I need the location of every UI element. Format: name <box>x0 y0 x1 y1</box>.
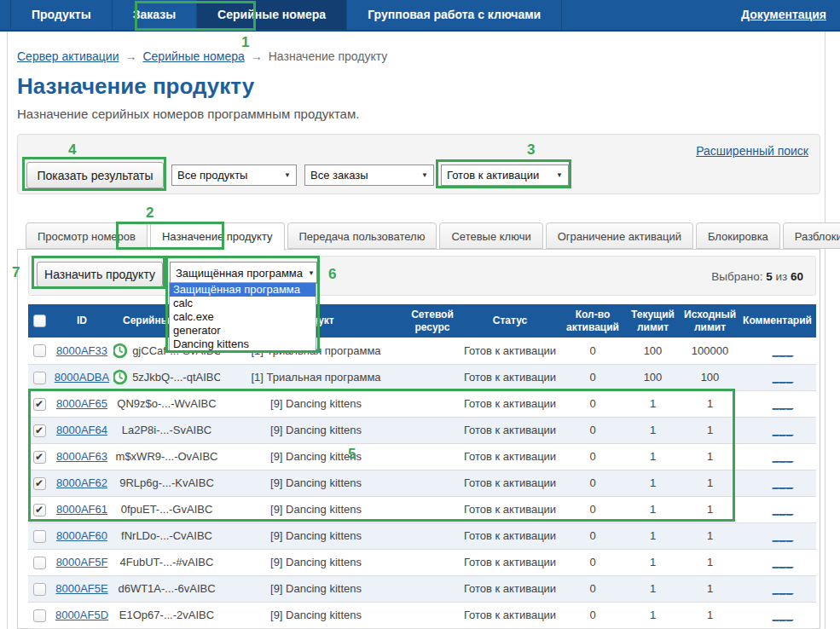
breadcrumb-item: Назначение продукту <box>269 49 388 63</box>
id-cell: 8000AF5F <box>50 549 113 575</box>
activations-cell: 0 <box>561 549 624 575</box>
network-resource-cell <box>406 522 459 549</box>
serial-id-link[interactable]: 8000AF62 <box>56 476 107 489</box>
serial-id-link[interactable]: 8000AF65 <box>56 397 107 410</box>
status-filter-value: Готов к активации <box>447 169 539 182</box>
tab-item[interactable]: Сетевые ключи <box>439 222 542 249</box>
row-checkbox[interactable] <box>33 530 46 543</box>
comment-link[interactable]: ___ <box>773 424 794 436</box>
serial-text: 5zJkbQ-...-qtAIBC <box>132 371 220 384</box>
serial-text: La2P8i-...-SvAIBC <box>122 424 212 436</box>
serial-cell: E1Op67-...-2vAIBC <box>113 602 220 628</box>
column-header: Комментарий <box>739 304 816 338</box>
serial-id-link[interactable]: 8000AF5D <box>55 609 108 621</box>
comment-link[interactable]: ___ <box>773 476 794 489</box>
row-checkbox-cell: ✔ <box>28 470 50 496</box>
row-checkbox-checked[interactable]: ✔ <box>33 398 46 411</box>
network-resource-cell <box>406 470 459 496</box>
comment-link[interactable]: ___ <box>773 503 794 516</box>
product-cell: [1] Триальная программа <box>220 364 406 390</box>
id-cell: 8000AF5D <box>50 602 113 628</box>
network-resource-cell <box>406 338 459 364</box>
tab-item[interactable]: Передача пользователю <box>287 222 437 249</box>
nav-item-serials[interactable]: Серийные номера <box>197 0 347 30</box>
tab-item[interactable]: Блокировка <box>696 222 780 249</box>
dropdown-option[interactable]: Защищённая программа <box>170 283 316 297</box>
row-checkbox-checked[interactable]: ✔ <box>33 477 46 490</box>
status-cell: Готов к активации <box>459 390 561 417</box>
serial-id-link[interactable]: 8000ADBA <box>55 371 109 384</box>
serial-cell: 5zJkbQ-...-qtAIBC <box>113 364 220 390</box>
row-checkbox[interactable] <box>33 583 46 596</box>
orders-filter-select[interactable]: Все заказы ▼ <box>304 164 434 186</box>
assign-product-button[interactable]: Назначить продукту <box>37 262 163 287</box>
serial-wrap: fNrLDo-...-CvAIBC <box>113 529 220 542</box>
tab-item[interactable]: Разблокировка <box>783 222 840 249</box>
tab-item[interactable]: Просмотр номеров <box>26 222 148 249</box>
row-checkbox[interactable] <box>33 372 46 384</box>
dropdown-option[interactable]: Dancing kittens <box>170 338 316 351</box>
row-checkbox[interactable] <box>33 609 46 622</box>
row-checkbox-checked[interactable]: ✔ <box>33 451 46 464</box>
selected-label: Выбрано: <box>711 270 762 283</box>
selected-total-value: 60 <box>791 270 803 283</box>
comment-cell: ___ <box>739 417 816 443</box>
serial-id-link[interactable]: 8000AF60 <box>56 529 107 542</box>
select-all-checkbox[interactable] <box>33 314 46 327</box>
serial-id-link[interactable]: 8000AF5F <box>56 556 108 568</box>
annotation-number-2: 2 <box>146 205 154 222</box>
serial-id-link[interactable]: 8000AF61 <box>56 503 107 516</box>
comment-link[interactable]: ___ <box>773 371 794 384</box>
nav-item-products[interactable]: Продукты <box>11 0 113 30</box>
nav-item-group-keys[interactable]: Групповая работа с ключами <box>347 0 562 30</box>
product-cell: [9] Dancing kittens <box>220 575 406 602</box>
serial-wrap: La2P8i-...-SvAIBC <box>113 424 220 436</box>
comment-cell: ___ <box>739 522 816 549</box>
row-checkbox[interactable] <box>33 344 46 357</box>
tab-item[interactable]: Ограничение активаций <box>546 222 693 249</box>
row-checkbox-cell: ✔ <box>28 496 50 522</box>
initial-limit-cell: 1 <box>681 602 739 628</box>
comment-link[interactable]: ___ <box>773 556 794 568</box>
status-cell: Готов к активации <box>459 417 561 443</box>
breadcrumb-item[interactable]: Серийные номера <box>142 49 244 63</box>
row-checkbox-checked[interactable]: ✔ <box>33 504 46 516</box>
selected-count: Выбрано: 5 из 60 <box>711 270 803 283</box>
comment-link[interactable]: ___ <box>773 450 794 463</box>
network-resource-cell <box>406 496 459 522</box>
serial-id-link[interactable]: 8000AF5E <box>55 582 107 595</box>
products-filter-select[interactable]: Все продукты ▼ <box>171 164 297 186</box>
initial-limit-cell: 1 <box>681 390 739 417</box>
row-checkbox-checked[interactable]: ✔ <box>33 424 46 437</box>
network-resource-cell <box>406 417 459 443</box>
comment-link[interactable]: ___ <box>773 397 794 410</box>
comment-link[interactable]: ___ <box>773 344 794 357</box>
dropdown-option[interactable]: calc <box>170 297 316 310</box>
product-select[interactable]: Защищённая программа ▼ <box>170 262 317 284</box>
breadcrumb-item[interactable]: Сервер активации <box>17 49 119 63</box>
comment-link[interactable]: ___ <box>773 529 794 542</box>
table-header-row: IDСерийный номерПродуктСетевой ресурсСта… <box>28 304 816 338</box>
status-cell: Готов к активации <box>459 338 561 364</box>
products-filter-value: Все продукты <box>177 169 247 182</box>
comment-link[interactable]: ___ <box>773 609 794 621</box>
serial-id-link[interactable]: 8000AF63 <box>56 450 107 463</box>
row-checkbox[interactable] <box>33 557 46 569</box>
row-checkbox-cell <box>28 602 50 628</box>
serial-id-link[interactable]: 8000AF64 <box>56 424 107 436</box>
initial-limit-cell: 1 <box>681 575 739 602</box>
row-checkbox-cell: ✔ <box>28 417 50 443</box>
documentation-link[interactable]: Документация <box>741 0 826 30</box>
show-results-button[interactable]: Показать результаты <box>26 162 164 188</box>
dropdown-option[interactable]: calc.exe <box>170 310 316 324</box>
product-cell: [9] Dancing kittens <box>220 443 406 470</box>
serial-id-link[interactable]: 8000AF33 <box>56 344 107 357</box>
dropdown-option[interactable]: generator <box>170 324 316 338</box>
comment-link[interactable]: ___ <box>773 582 794 595</box>
status-filter-select[interactable]: Готов к активации ▼ <box>441 164 569 186</box>
tab-active[interactable]: Назначение продукту <box>150 222 285 251</box>
serial-text: d6WT1A-...-6vAIBC <box>118 582 215 595</box>
status-cell: Готов к активации <box>459 496 561 522</box>
advanced-search-link[interactable]: Расширенный поиск <box>696 144 808 158</box>
nav-item-orders[interactable]: Заказы <box>113 0 197 30</box>
